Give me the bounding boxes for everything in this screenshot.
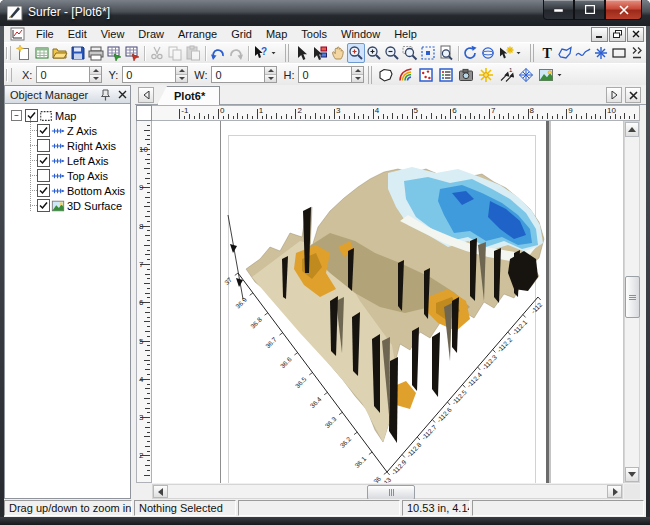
pin-icon[interactable] — [97, 87, 113, 102]
tree-item-top-axis[interactable]: Top Axis — [5, 168, 130, 183]
dropdown-button[interactable] — [556, 65, 567, 85]
svg-text:T: T — [542, 46, 552, 61]
grid-editor-button[interactable] — [105, 43, 123, 63]
zoom-window-button[interactable] — [401, 43, 419, 63]
zoom-realtime-button[interactable] — [347, 43, 365, 63]
svg-text:-112.1: -112.1 — [511, 318, 529, 336]
visibility-checkbox[interactable] — [37, 184, 50, 197]
vector-map-button[interactable]: 1 — [496, 65, 516, 85]
zoom-out-button[interactable] — [383, 43, 401, 63]
contour-map-button[interactable] — [396, 65, 416, 85]
visibility-checkbox[interactable] — [37, 199, 50, 212]
rectangle-tool-button[interactable] — [610, 43, 628, 63]
visibility-checkbox[interactable] — [37, 169, 50, 182]
tree-item-left-axis[interactable]: Left Axis — [5, 153, 130, 168]
tab-scroll-left-icon[interactable] — [138, 87, 154, 103]
save-button[interactable] — [69, 43, 87, 63]
menu-item-window[interactable]: Window — [334, 27, 387, 41]
drawing-page[interactable]: 3736.936.836.736.636.536.436.336.236.136… — [152, 121, 624, 483]
text-tool-button[interactable]: T — [538, 43, 556, 63]
spinner[interactable] — [175, 67, 187, 82]
open-button[interactable] — [51, 43, 69, 63]
more-chevron-button[interactable] — [628, 43, 646, 63]
scroll-right-icon[interactable] — [607, 485, 622, 498]
classed-post-map-button[interactable] — [436, 65, 456, 85]
menu-item-arrange[interactable]: Arrange — [171, 27, 224, 41]
plot-document-icon[interactable] — [10, 27, 25, 41]
menu-item-file[interactable]: File — [29, 27, 61, 41]
surface-map-figure[interactable]: 3736.936.836.736.636.536.436.336.236.136… — [152, 121, 623, 483]
maximize-button[interactable] — [574, 0, 605, 20]
paste-button[interactable] — [184, 43, 202, 63]
post-map-button[interactable] — [416, 65, 436, 85]
tab-scroll-right-icon[interactable] — [606, 87, 622, 103]
grid-convert-button[interactable] — [123, 43, 141, 63]
position-field-y: Y:0 — [102, 66, 188, 83]
menu-item-edit[interactable]: Edit — [61, 27, 94, 41]
zoom-in-button[interactable] — [365, 43, 383, 63]
tree-expander-icon[interactable]: − — [11, 110, 22, 121]
help-pointer-button[interactable]: ? — [252, 43, 270, 63]
polyline-tool-button[interactable] — [574, 43, 592, 63]
mdi-minimize-button[interactable] — [591, 27, 608, 42]
menu-item-grid[interactable]: Grid — [224, 27, 259, 41]
new-worksheet-button[interactable] — [33, 43, 51, 63]
panel-close-icon[interactable] — [114, 87, 130, 102]
spinner[interactable] — [89, 67, 101, 82]
scroll-up-icon[interactable] — [625, 122, 639, 137]
symbol-tool-button[interactable] — [592, 43, 610, 63]
zoom-extents-button[interactable] — [419, 43, 437, 63]
object-manager-header[interactable]: Object Manager — [5, 86, 130, 104]
scroll-down-icon[interactable] — [625, 467, 639, 482]
visibility-checkbox[interactable] — [37, 124, 50, 137]
visibility-checkbox[interactable] — [37, 139, 50, 152]
tree-item-map[interactable]: −Map — [5, 108, 130, 123]
print-button[interactable] — [87, 43, 105, 63]
undo-button[interactable] — [209, 43, 227, 63]
menu-item-tools[interactable]: Tools — [294, 27, 334, 41]
spinner[interactable] — [351, 67, 363, 82]
zoom-page-button[interactable] — [437, 43, 455, 63]
copy-button[interactable] — [166, 43, 184, 63]
close-button[interactable] — [605, 0, 642, 20]
free-rotate-button[interactable] — [479, 43, 497, 63]
new-button[interactable] — [15, 43, 33, 63]
menu-item-view[interactable]: View — [94, 27, 132, 41]
menu-item-map[interactable]: Map — [259, 27, 294, 41]
vertical-scroll-thumb[interactable] — [625, 276, 640, 318]
horizontal-scroll-thumb[interactable] — [367, 485, 415, 500]
tree-item-3d-surface[interactable]: 3D Surface — [5, 198, 130, 213]
visibility-checkbox[interactable] — [25, 109, 38, 122]
polygon-tool-button[interactable] — [556, 43, 574, 63]
mdi-restore-button[interactable] — [609, 27, 626, 42]
menu-item-help[interactable]: Help — [387, 27, 424, 41]
shaded-relief-map-button[interactable] — [476, 65, 496, 85]
tab-plot6[interactable]: Plot6* — [157, 86, 220, 105]
spinner[interactable] — [264, 67, 276, 82]
title-bar[interactable]: Surfer - [Plot6*] — [0, 0, 650, 26]
lighting-button[interactable] — [497, 43, 515, 63]
menu-item-draw[interactable]: Draw — [131, 27, 171, 41]
dropdown-button[interactable] — [515, 43, 526, 63]
rotate-button[interactable] — [461, 43, 479, 63]
tab-close-icon[interactable] — [625, 87, 641, 103]
pan-hand-button[interactable] — [329, 43, 347, 63]
minimize-button[interactable] — [543, 0, 574, 20]
horizontal-scrollbar[interactable] — [152, 484, 623, 499]
vertical-scrollbar[interactable] — [624, 121, 640, 483]
block-select-button[interactable] — [311, 43, 329, 63]
base-map-button[interactable] — [376, 65, 396, 85]
tree-item-z-axis[interactable]: Z Axis — [5, 123, 130, 138]
select-arrow-button[interactable] — [293, 43, 311, 63]
image-map-button[interactable] — [456, 65, 476, 85]
dropdown-button[interactable] — [270, 43, 281, 63]
tree-item-bottom-axis[interactable]: Bottom Axis — [5, 183, 130, 198]
redo-button[interactable] — [227, 43, 245, 63]
surface-map-button[interactable] — [536, 65, 556, 85]
visibility-checkbox[interactable] — [37, 154, 50, 167]
mdi-close-button[interactable] — [627, 27, 644, 42]
cut-button[interactable] — [148, 43, 166, 63]
wireframe-map-button[interactable] — [516, 65, 536, 85]
scroll-left-icon[interactable] — [153, 485, 168, 498]
tree-item-right-axis[interactable]: Right Axis — [5, 138, 130, 153]
